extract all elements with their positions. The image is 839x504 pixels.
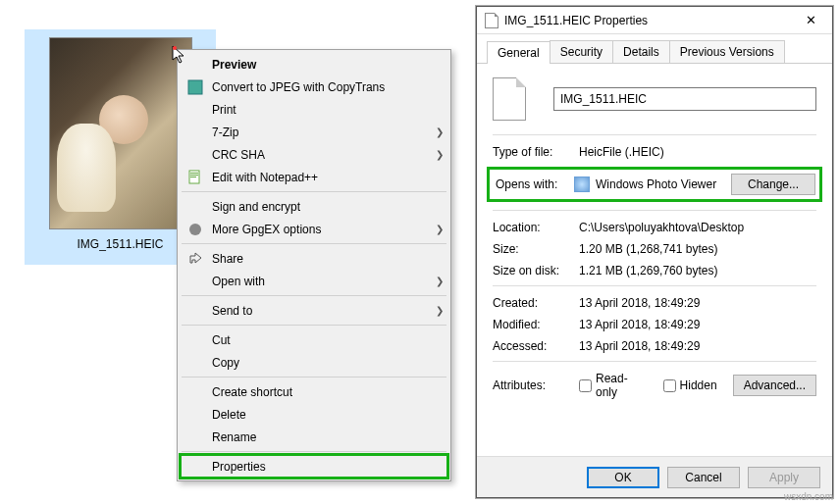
share-icon [186,250,204,268]
menu-label: 7-Zip [212,126,432,139]
menu-7zip[interactable]: 7-Zip❯ [181,121,447,143]
filename-input[interactable] [553,87,816,111]
opens-with-label: Opens with: [494,177,574,191]
size-value: 1.20 MB (1,268,741 bytes) [579,242,816,256]
menu-label: Delete [212,408,447,422]
chevron-right-icon: ❯ [432,149,447,160]
menu-label: Create shortcut [212,385,447,399]
properties-dialog: IMG_1511.HEIC Properties ✕ General Secur… [476,6,833,498]
size-label: Size: [493,242,579,256]
context-menu: Preview Convert to JPEG with CopyTrans P… [177,49,451,481]
menu-separator [182,295,446,296]
file-name-label: IMG_1511.HEIC [77,237,163,251]
size-on-disk-label: Size on disk: [493,264,579,277]
tab-strip: General Security Details Previous Versio… [477,34,832,64]
chevron-right-icon: ❯ [432,305,447,316]
svg-point-5 [189,224,201,235]
menu-label: Copy [212,356,447,370]
ok-button[interactable]: OK [587,467,659,488]
dialog-titlebar[interactable]: IMG_1511.HEIC Properties ✕ [477,7,832,34]
photo-viewer-icon [574,176,590,192]
menu-rename[interactable]: Rename [181,426,447,448]
desktop-area: IMG_1511.HEIC Preview Convert to JPEG wi… [0,0,471,504]
dialog-body: Type of file:HeicFile (.HEIC) Opens with… [477,64,832,456]
menu-properties[interactable]: Properties [181,455,447,478]
apply-button[interactable]: Apply [748,467,820,488]
menu-create-shortcut[interactable]: Create shortcut [181,380,447,403]
menu-cut[interactable]: Cut [181,328,447,351]
svg-rect-4 [190,176,196,177]
menu-label: Print [212,103,447,117]
menu-preview[interactable]: Preview [181,53,447,76]
thumbnail-image [49,37,192,229]
tab-general[interactable]: General [487,41,551,64]
svg-rect-0 [188,80,202,94]
readonly-checkbox[interactable]: Read-only [579,372,648,399]
menu-separator [182,325,446,326]
file-type-icon [493,77,526,121]
svg-rect-2 [190,173,198,174]
menu-copy[interactable]: Copy [181,351,447,374]
menu-separator [182,191,446,192]
menu-label: Convert to JPEG with CopyTrans [212,80,447,94]
menu-label: Rename [212,430,447,444]
size-on-disk-value: 1.21 MB (1,269,760 bytes) [579,264,816,277]
chevron-right-icon: ❯ [432,276,447,286]
separator [493,210,816,211]
menu-label: CRC SHA [212,148,432,162]
type-of-file-label: Type of file: [493,145,579,159]
location-label: Location: [493,221,579,234]
gpgex-icon [186,221,204,238]
tab-security[interactable]: Security [550,40,613,63]
menu-print[interactable]: Print [181,98,447,121]
readonly-label: Read-only [596,372,648,399]
chevron-right-icon: ❯ [432,126,447,137]
cancel-button[interactable]: Cancel [667,467,740,488]
menu-label: Send to [212,304,432,318]
tab-details[interactable]: Details [612,40,670,63]
menu-crc-sha[interactable]: CRC SHA❯ [181,143,447,166]
tab-previous-versions[interactable]: Previous Versions [669,40,785,63]
change-button[interactable]: Change... [731,174,815,195]
menu-gpgex[interactable]: More GpgEX options❯ [181,218,447,240]
type-of-file-value: HeicFile (.HEIC) [579,145,816,159]
close-button[interactable]: ✕ [789,7,832,34]
accessed-label: Accessed: [493,339,579,353]
dialog-button-row: OK Cancel Apply [477,456,832,497]
chevron-right-icon: ❯ [432,224,447,234]
menu-send-to[interactable]: Send to❯ [181,299,447,322]
separator [493,134,816,135]
created-value: 13 April 2018, 18:49:29 [579,296,816,310]
separator [493,361,816,362]
separator [493,285,816,286]
svg-rect-3 [190,175,198,176]
menu-label: Properties [212,460,447,474]
location-value: C:\Users\poluyakhtova\Desktop [579,221,816,234]
menu-label: More GpgEX options [212,223,432,236]
menu-label: Preview [212,58,447,72]
menu-label: Cut [212,333,447,347]
copytrans-icon [186,78,204,96]
opens-with-row: Opens with: Windows Photo Viewer Change.… [487,167,822,202]
opens-with-value: Windows Photo Viewer [596,177,731,191]
menu-label: Open with [212,275,432,288]
menu-notepadpp[interactable]: Edit with Notepad++ [181,166,447,188]
watermark: wsxdn.com [784,491,833,502]
menu-label: Edit with Notepad++ [212,171,447,184]
accessed-value: 13 April 2018, 18:49:29 [579,339,816,353]
modified-value: 13 April 2018, 18:49:29 [579,318,816,331]
modified-label: Modified: [493,318,579,331]
attributes-label: Attributes: [493,378,579,392]
created-label: Created: [493,296,579,310]
hidden-label: Hidden [680,378,717,392]
menu-share[interactable]: Share [181,247,447,270]
menu-delete[interactable]: Delete [181,403,447,426]
advanced-button[interactable]: Advanced... [733,375,816,396]
notepadpp-icon [186,169,204,186]
menu-sign-encrypt[interactable]: Sign and encrypt [181,195,447,218]
menu-label: Share [212,252,447,266]
menu-convert-jpeg[interactable]: Convert to JPEG with CopyTrans [181,76,447,98]
hidden-checkbox[interactable]: Hidden [663,378,717,392]
menu-open-with[interactable]: Open with❯ [181,270,447,292]
menu-separator [182,451,446,452]
